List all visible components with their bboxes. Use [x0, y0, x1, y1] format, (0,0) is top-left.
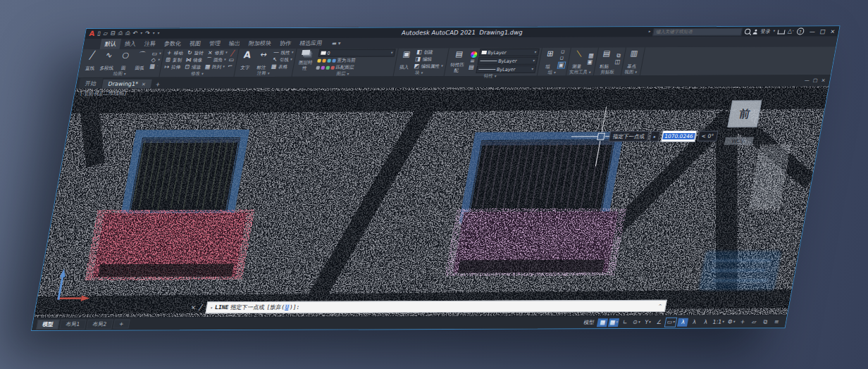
match-properties-button[interactable]: ▤特性匹配: [447, 49, 469, 73]
new-file-icon[interactable]: ▯: [97, 31, 101, 37]
doc-minimize-icon[interactable]: —: [804, 77, 810, 83]
viewcube-wcs-menu[interactable]: WCS▾: [724, 137, 754, 145]
match-layer-button[interactable]: 匹配图层: [316, 64, 393, 70]
new-layout-button[interactable]: +: [113, 320, 130, 329]
layout2-tab[interactable]: 布局2: [86, 319, 113, 329]
workspace-icon[interactable]: ▱: [748, 318, 760, 326]
tooltip-distance-field[interactable]: 1070.0246: [661, 130, 698, 142]
paste-button[interactable]: ▤粘贴: [597, 48, 614, 69]
minimize-button[interactable]: —: [809, 28, 816, 35]
layer-select[interactable]: 0▾: [318, 49, 395, 56]
maximize-button[interactable]: □: [819, 28, 826, 35]
base-point-button[interactable]: ▥基点: [624, 48, 642, 69]
tab-parametric[interactable]: 参数化: [159, 38, 187, 49]
cut-icon[interactable]: ◫: [614, 59, 621, 65]
modify-panel-label[interactable]: 修改▾: [162, 70, 232, 77]
line-button[interactable]: ╱直线: [82, 50, 100, 71]
block-panel-label[interactable]: 块▾: [395, 70, 442, 76]
file-tab-close-icon[interactable]: ×: [141, 81, 146, 87]
annotate-panel-label[interactable]: 注释▾: [236, 70, 290, 77]
tab-view[interactable]: 视图: [185, 38, 206, 49]
stretch-button[interactable]: ↦拉伸: [163, 64, 181, 70]
signin-dropdown-icon[interactable]: ▾: [773, 30, 776, 34]
tab-collaborate[interactable]: 协作: [275, 38, 297, 49]
save-icon[interactable]: ⊟: [110, 31, 116, 37]
status-menu-icon[interactable]: ≡: [771, 318, 782, 326]
object-color-select[interactable]: ByLayer▾: [478, 49, 539, 56]
rotate-button[interactable]: ↻旋转: [186, 50, 204, 56]
close-button[interactable]: ×: [830, 28, 836, 35]
autodesk-triangle-icon[interactable]: △·: [787, 28, 794, 34]
tab-manage[interactable]: 管理: [204, 38, 226, 49]
autocad-logo-icon[interactable]: A: [89, 30, 96, 37]
new-drawing-tab-button[interactable]: +: [151, 81, 165, 89]
object-snap-tracking-icon[interactable]: ∠: [653, 318, 664, 326]
create-block-button[interactable]: ◧创建: [416, 49, 446, 56]
rectangle-button[interactable]: ▭▾: [151, 51, 161, 57]
grid-toggle-icon[interactable]: ▦: [597, 318, 608, 327]
infocenter-collapse-icon[interactable]: ▸: [648, 30, 651, 34]
tab-default[interactable]: 默认: [100, 39, 122, 49]
signin-label[interactable]: 登录: [760, 28, 771, 35]
object-snap-icon[interactable]: ▭▾: [664, 317, 678, 327]
annotation-autoscale-icon[interactable]: λ: [688, 318, 700, 326]
quick-access-customize-icon[interactable]: ▾: [157, 32, 160, 36]
offset-button[interactable]: ⌐: [226, 63, 233, 69]
model-tab[interactable]: 模型: [36, 319, 60, 329]
doc-close-icon[interactable]: ×: [821, 77, 826, 83]
edit-block-button[interactable]: ◨编辑: [414, 56, 445, 63]
explode-button[interactable]: ▭: [228, 57, 235, 63]
view-panel-label[interactable]: 视图▾: [623, 69, 638, 75]
status-add-icon[interactable]: +: [737, 318, 748, 326]
command-option[interactable]: [放弃(U)]:: [266, 304, 300, 311]
tab-featured-apps[interactable]: 精选应用: [294, 38, 328, 49]
properties-panel-label[interactable]: 特性▾: [445, 73, 535, 80]
insert-block-button[interactable]: ▣插入: [397, 49, 414, 70]
viewcube-front-face[interactable]: 前: [727, 101, 762, 127]
plot-icon[interactable]: ⎙: [118, 31, 123, 37]
open-folder-icon[interactable]: ▱: [103, 31, 108, 37]
leader-button[interactable]: ↖引线▾: [271, 56, 292, 63]
doc-restore-icon[interactable]: ▢: [812, 77, 818, 83]
mirror-button[interactable]: ⋈镜像: [185, 57, 203, 63]
layers-panel-label[interactable]: 图层▾: [294, 70, 392, 77]
command-input[interactable]: ▾ LINE 指定下一点或 [放弃(U)]: ^: [205, 300, 667, 313]
array-button[interactable]: ▦阵列▾: [204, 64, 225, 70]
group-selection-icon[interactable]: ▣: [557, 62, 566, 69]
groups-panel-label[interactable]: 组▾: [539, 70, 564, 76]
trim-button[interactable]: ×修剪▾: [206, 50, 228, 56]
ungroup-icon[interactable]: ▫: [559, 49, 566, 55]
clipboard-panel-label[interactable]: 剪贴板: [595, 69, 619, 75]
command-wrench-icon[interactable]: ╱: [199, 304, 203, 311]
ribbon-display-toggle-icon[interactable]: ▬ ▾: [331, 40, 341, 46]
color-wheel-icon[interactable]: [470, 51, 478, 58]
model-space-button[interactable]: 模型: [583, 319, 595, 326]
app-store-cart-icon[interactable]: [777, 30, 785, 35]
command-expand-icon[interactable]: ^: [658, 303, 662, 308]
ortho-toggle-icon[interactable]: ∟: [619, 318, 631, 327]
tab-addins[interactable]: 附加模块: [244, 38, 277, 49]
file-tab-drawing1[interactable]: Drawing1*×: [101, 80, 152, 89]
command-close-icon[interactable]: ×: [190, 304, 196, 311]
command-recent-icon[interactable]: ▾: [210, 305, 213, 310]
print-preview-icon[interactable]: ⎙: [125, 31, 130, 37]
file-tab-start[interactable]: 开始: [78, 78, 103, 89]
snap-toggle-icon[interactable]: ▦▾: [608, 318, 619, 327]
hatch-button[interactable]: ▦·: [149, 64, 159, 70]
annotation-visibility-icon[interactable]: λ: [677, 318, 688, 326]
quick-calc-icon[interactable]: ▦: [588, 53, 595, 58]
undo-icon[interactable]: ↶: [132, 31, 138, 37]
drawing-canvas[interactable]: [-][前视][二维线框] 前 WCS▾ 指定下一点或 ▸ 1070.0246 …: [34, 86, 829, 318]
lineweight-select[interactable]: ByLayer▾: [477, 57, 538, 65]
group-edit-icon[interactable]: ▫: [558, 56, 565, 61]
linetype-select[interactable]: ByLayer▾: [476, 65, 536, 73]
polyline-button[interactable]: ∿多段线: [99, 50, 118, 71]
id-point-icon[interactable]: ▣: [586, 59, 593, 65]
annotation-scale-value[interactable]: 1:1▾: [711, 318, 726, 326]
copy-button[interactable]: ⊞复制: [164, 57, 182, 63]
help-icon[interactable]: ?: [796, 27, 805, 35]
layer-properties-button[interactable]: 图层特性: [295, 49, 318, 71]
search-icon[interactable]: [745, 29, 751, 35]
arc-button[interactable]: ⌒圆弧: [132, 50, 149, 71]
viewport-controls[interactable]: [-][前视][二维线框]: [80, 90, 127, 97]
